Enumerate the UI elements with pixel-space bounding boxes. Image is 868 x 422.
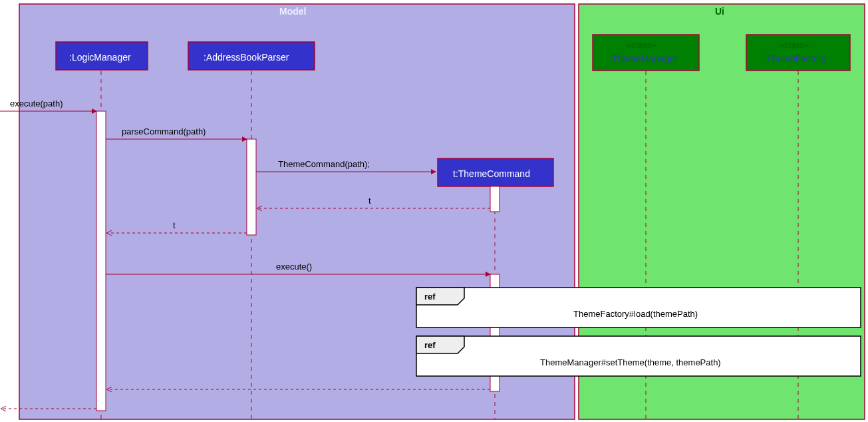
ref-box-1 <box>416 288 861 327</box>
participant-themecommand-label: t:ThemeCommand <box>453 168 530 179</box>
message-parsecommand-text: parseCommand(path) <box>122 126 206 136</box>
ref-box-2 <box>416 336 861 376</box>
activation-logicmanager <box>96 111 106 411</box>
activation-themecommand-1 <box>490 186 500 212</box>
participant-thememanager-stereotype: «class» <box>627 40 656 50</box>
participant-themefactory-stereotype: «class» <box>780 40 809 50</box>
ref-text-2: ThemeManager#setTheme(theme, themePath) <box>540 357 721 367</box>
ref-label-1: ref <box>424 292 436 302</box>
activation-addressbookparser <box>247 139 256 235</box>
message-execute-path-text: execute(path) <box>10 99 63 108</box>
message-return-t1-text: t <box>368 196 371 206</box>
participant-themefactory-label: :ThemeFactory <box>764 53 826 64</box>
sequence-diagram: Model Ui :LogicManager :AddressBookParse… <box>0 0 868 422</box>
package-model-title: Model <box>279 6 306 17</box>
ref-text-1: ThemeFactory#load(themePath) <box>573 309 698 319</box>
message-themecommand-ctor-text: ThemeCommand(path); <box>278 159 370 169</box>
package-ui-title: Ui <box>715 6 724 17</box>
ref-label-bg-2 <box>416 336 464 353</box>
participant-thememanager-label: :ThemeManager <box>609 53 678 64</box>
ref-label-2: ref <box>424 340 436 350</box>
participant-addressbookparser-label: :AddressBookParser <box>204 52 289 63</box>
message-return-t2-text: t <box>173 220 176 230</box>
participant-logicmanager-label: :LogicManager <box>69 52 131 63</box>
ref-label-bg-1 <box>416 288 464 305</box>
message-execute-text: execute() <box>276 262 312 272</box>
